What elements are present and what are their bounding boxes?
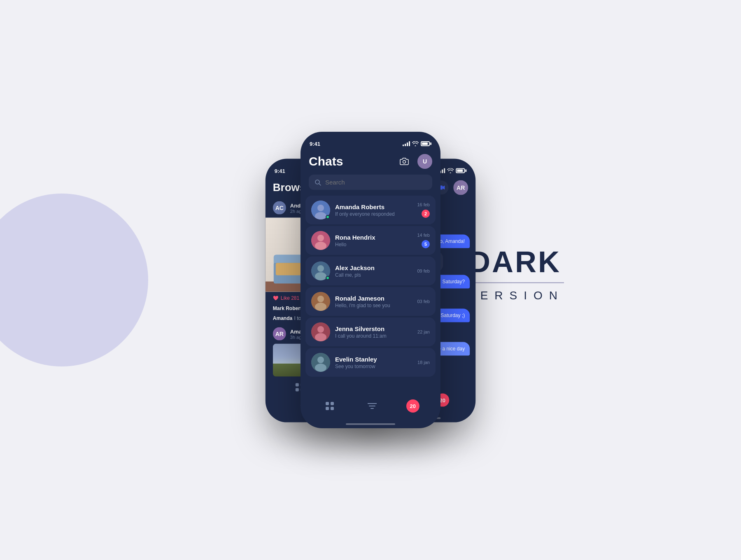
chat-name-0: Amanda Roberts (335, 203, 412, 210)
svg-point-26 (317, 357, 324, 363)
scene-container: 9:41 Browse A (144, 54, 597, 506)
chat-avatar-3 (311, 292, 330, 311)
second-story-avatar: AR (273, 327, 286, 341)
svg-point-18 (315, 272, 326, 280)
svg-point-11 (317, 205, 324, 211)
battery-icon-center (421, 141, 431, 146)
chat-info-2: Alex Jackson Call me, pls (335, 264, 412, 278)
user-avatar-img: U (417, 154, 432, 169)
chat-date-2: 09 feb (417, 268, 430, 273)
chat-avatar-wrap-4 (311, 322, 330, 341)
chat-avatar-wrap-1 (311, 231, 330, 250)
chat-item-2[interactable]: Alex Jackson Call me, pls 09 feb (305, 257, 436, 285)
chat-avatar-1 (311, 231, 330, 250)
unread-badge-0: 2 (422, 210, 430, 218)
camera-button[interactable] (397, 154, 412, 169)
svg-rect-29 (331, 402, 334, 405)
like-count: Like 281 (281, 295, 299, 301)
search-input[interactable] (325, 179, 426, 186)
header-icons: U (397, 154, 432, 169)
chat-info-5: Evelin Stanley See you tomorrow (335, 356, 412, 369)
chat-meta-3: 03 feb (417, 299, 430, 304)
chat-avatar-wrap-2 (311, 261, 330, 280)
story-avatar: AC (273, 201, 286, 215)
online-indicator-2 (326, 276, 330, 280)
svg-point-27 (315, 364, 326, 372)
chat-preview-2: Call me, pls (335, 272, 412, 278)
version-text: VERSION (466, 289, 564, 302)
chats-screen: Chats U (301, 150, 440, 420)
svg-rect-31 (331, 407, 334, 410)
chat-preview-5: See you tomorrow (335, 364, 412, 369)
chat-item-1[interactable]: Rona Hendrix Hello 14 feb 5 (305, 226, 436, 255)
wifi-icon-right (447, 168, 454, 173)
svg-point-21 (315, 303, 326, 311)
svg-rect-0 (295, 383, 298, 387)
svg-rect-30 (326, 407, 329, 410)
chat-avatar-4 (311, 322, 330, 341)
chat-name-3: Ronald Jameson (335, 295, 412, 302)
unread-badge-1: 5 (422, 240, 430, 248)
svg-point-20 (317, 296, 324, 302)
chat-name-4: Jenna Silverston (335, 325, 412, 332)
svg-point-24 (315, 333, 326, 341)
svg-point-17 (317, 265, 324, 272)
filter-nav-button-center[interactable] (364, 398, 380, 414)
chat-item-5[interactable]: Evelin Stanley See you tomorrow 18 jan (305, 348, 436, 377)
chat-meta-0: 16 feb 2 (417, 202, 430, 218)
battery-icon-right (456, 168, 466, 173)
chat-name-1: Rona Hendrix (335, 234, 412, 241)
svg-point-15 (315, 242, 326, 250)
like-button[interactable]: Like 281 (273, 295, 299, 301)
contact-avatar-img: AR (453, 180, 468, 195)
chat-date-0: 16 feb (417, 202, 430, 207)
svg-point-14 (317, 235, 324, 241)
grid-nav-button-center[interactable] (322, 398, 338, 414)
chat-info-0: Amanda Roberts If only everyone responde… (335, 203, 412, 217)
brand-divider (466, 282, 564, 283)
chat-date-3: 03 feb (417, 299, 430, 304)
svg-point-7 (403, 161, 406, 163)
branding-label: DARK VERSION (466, 247, 564, 302)
status-time-center: 9:41 (310, 141, 320, 147)
chat-preview-1: Hello (335, 242, 412, 247)
user-avatar[interactable]: U (417, 154, 432, 169)
chat-preview-3: Hello, i'm glad to see you (335, 303, 412, 308)
wifi-icon-center (412, 141, 419, 146)
chat-date-4: 22 jan (417, 329, 430, 334)
online-indicator-0 (326, 215, 330, 219)
status-icons-center (403, 141, 431, 146)
chat-item-4[interactable]: Jenna Silverston I call you around 11:am… (305, 317, 436, 346)
chat-preview-4: I call you around 11:am (335, 333, 412, 339)
status-icons-right (438, 168, 466, 173)
notification-badge-center[interactable]: 20 (406, 399, 419, 413)
svg-rect-2 (295, 388, 298, 392)
chat-avatar-wrap-3 (311, 292, 330, 311)
chats-header: Chats U (301, 150, 440, 175)
chat-avatar-wrap-5 (311, 353, 330, 372)
chat-avatar-5 (311, 353, 330, 372)
bottom-nav-center: 20 (301, 395, 440, 420)
chat-list: Amanda Roberts If only everyone responde… (301, 196, 440, 395)
chat-meta-1: 14 feb 5 (417, 233, 430, 248)
chat-name-5: Evelin Stanley (335, 356, 412, 363)
chat-info-1: Rona Hendrix Hello (335, 234, 412, 247)
search-bar[interactable] (309, 175, 432, 190)
story-avatar-img: AC (273, 201, 286, 215)
svg-line-9 (319, 184, 321, 185)
chat-meta-5: 18 jan (417, 360, 430, 365)
home-indicator-center (301, 420, 440, 428)
second-story-avatar-img: AR (273, 327, 286, 341)
svg-point-23 (317, 326, 324, 333)
phone-notch-center (346, 132, 395, 143)
chat-name-2: Alex Jackson (335, 264, 412, 271)
chat-item-0[interactable]: Amanda Roberts If only everyone responde… (305, 196, 436, 224)
contact-avatar: AR (453, 180, 468, 195)
chat-item-3[interactable]: Ronald Jameson Hello, i'm glad to see yo… (305, 287, 436, 316)
signal-icon-center (403, 141, 410, 146)
comment-2-author: Amanda (273, 315, 292, 321)
chats-title: Chats (309, 154, 343, 168)
status-time-left: 9:41 (275, 168, 285, 174)
chat-info-4: Jenna Silverston I call you around 11:am (335, 325, 412, 339)
background-blob (0, 194, 148, 366)
